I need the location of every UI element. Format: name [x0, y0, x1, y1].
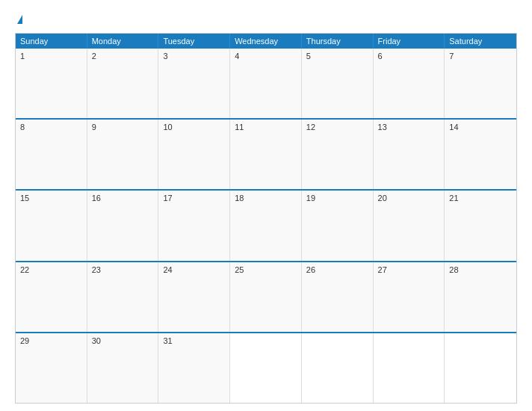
day-number: 26 [306, 265, 315, 274]
day-number: 7 [449, 52, 454, 61]
day-number: 28 [449, 265, 458, 274]
day-cell: 17 [158, 191, 230, 260]
day-number: 19 [306, 194, 315, 203]
calendar-week: 293031 [16, 332, 516, 403]
day-header: Friday [374, 34, 445, 49]
day-number: 13 [378, 123, 387, 132]
day-number: 14 [449, 123, 458, 132]
day-cell: 3 [158, 49, 230, 118]
day-number: 31 [163, 336, 172, 345]
day-cell: 10 [158, 120, 230, 189]
day-cell: 19 [302, 191, 374, 260]
day-cell: 4 [230, 49, 302, 118]
day-number: 16 [92, 194, 101, 203]
day-header: Monday [87, 34, 159, 49]
day-cell: 6 [374, 49, 445, 118]
day-cell: 20 [374, 191, 445, 260]
day-number: 5 [306, 52, 311, 61]
day-number: 25 [235, 265, 244, 274]
day-number: 10 [163, 123, 172, 132]
day-number: 1 [20, 52, 25, 61]
day-number: 15 [20, 194, 29, 203]
day-cell: 22 [16, 262, 87, 332]
day-number: 29 [20, 336, 29, 345]
day-cell [230, 333, 302, 403]
day-header: Wednesday [230, 34, 302, 49]
day-number: 12 [306, 123, 315, 132]
day-number: 11 [235, 123, 244, 132]
day-cell: 14 [445, 120, 516, 189]
day-header: Thursday [302, 34, 374, 49]
day-cell: 31 [158, 333, 230, 403]
calendar-page: SundayMondayTuesdayWednesdayThursdayFrid… [0, 0, 532, 411]
day-cell: 16 [87, 191, 159, 260]
day-cell: 13 [374, 120, 445, 189]
day-number: 21 [449, 194, 458, 203]
day-cell: 26 [302, 262, 374, 332]
day-number: 23 [92, 265, 101, 274]
calendar-week: 891011121314 [16, 118, 516, 189]
day-number: 9 [92, 123, 96, 132]
day-cell: 9 [87, 120, 159, 189]
day-cell: 8 [16, 120, 87, 189]
day-number: 22 [20, 265, 29, 274]
day-cell: 1 [16, 49, 87, 118]
day-cell: 15 [16, 191, 87, 260]
day-cell: 7 [445, 49, 516, 118]
day-number: 3 [163, 52, 167, 61]
day-cell: 5 [302, 49, 374, 118]
day-cell: 24 [158, 262, 230, 332]
day-cell: 2 [87, 49, 159, 118]
day-number: 30 [92, 336, 101, 345]
day-cell [374, 333, 445, 403]
day-cell: 23 [87, 262, 159, 332]
day-number: 6 [378, 52, 383, 61]
day-cell: 27 [374, 262, 445, 332]
day-cell: 11 [230, 120, 302, 189]
calendar-week: 15161718192021 [16, 189, 516, 260]
calendar-grid: SundayMondayTuesdayWednesdayThursdayFrid… [15, 33, 517, 404]
day-number: 4 [235, 52, 239, 61]
day-cell: 30 [87, 333, 159, 403]
day-header: Sunday [16, 34, 87, 49]
day-cell [445, 333, 516, 403]
day-number: 27 [378, 265, 387, 274]
calendar-week: 1234567 [16, 49, 516, 118]
day-cell: 29 [16, 333, 87, 403]
calendar-week: 22232425262728 [16, 261, 516, 332]
day-number: 18 [235, 194, 244, 203]
day-number: 17 [163, 194, 172, 203]
day-cell: 28 [445, 262, 516, 332]
day-cell [302, 333, 374, 403]
day-headers-row: SundayMondayTuesdayWednesdayThursdayFrid… [16, 34, 516, 49]
day-cell: 12 [302, 120, 374, 189]
header [15, 13, 517, 25]
day-number: 24 [163, 265, 172, 274]
day-header: Saturday [445, 34, 516, 49]
day-cell: 18 [230, 191, 302, 260]
day-header: Tuesday [158, 34, 230, 49]
day-cell: 25 [230, 262, 302, 332]
logo-triangle-icon [17, 15, 22, 24]
weeks-container: 1234567891011121314151617181920212223242… [16, 49, 516, 403]
day-number: 2 [92, 52, 96, 61]
day-number: 20 [378, 194, 387, 203]
day-cell: 21 [445, 191, 516, 260]
logo-general [15, 13, 22, 25]
logo [15, 13, 22, 25]
day-number: 8 [20, 123, 25, 132]
